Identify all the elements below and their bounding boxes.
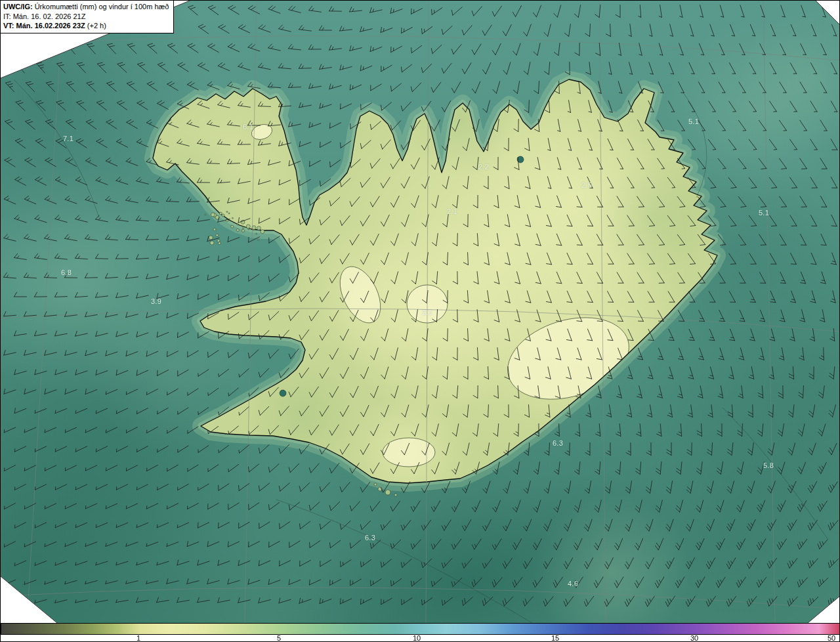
colorbar-tick-label: 10 xyxy=(413,634,421,642)
map-title-text: Úrkomumætti (mm) og vindur í 100m hæð xyxy=(35,3,169,11)
valid-time-line: VT: Mán. 16.02.2026 23Z (+2 h) xyxy=(3,21,169,31)
valid-time-label: VT: xyxy=(3,22,14,30)
weather-map-page: 7.1 6.1 6.8 3.9 5.1 5.1 2.2 2.5 2.1 2.1 … xyxy=(0,0,840,642)
colorbar-gradient xyxy=(1,623,840,635)
valid-time-value: Mán. 16.02.2026 23Z xyxy=(16,22,85,30)
init-time-label: IT: xyxy=(3,12,11,20)
weather-map-canvas xyxy=(1,1,840,623)
colorbar-tick-label: 1 xyxy=(136,634,140,642)
init-time-value: Mán. 16. 02. 2026 21Z xyxy=(13,12,86,20)
init-time-line: IT: Mán. 16. 02. 2026 21Z xyxy=(3,12,169,22)
colorbar-tick-label: 5 xyxy=(277,634,281,642)
colorbar-tick-label: 30 xyxy=(690,634,698,642)
precip-colorbar: 1 5 10 15 30 50 xyxy=(1,623,840,642)
map-area: 7.1 6.1 6.8 3.9 5.1 5.1 2.2 2.5 2.1 2.1 … xyxy=(1,1,840,623)
colorbar-tick-labels: 1 5 10 15 30 50 xyxy=(1,635,840,642)
map-title-line: UWC/IG: Úrkomumætti (mm) og vindur í 100… xyxy=(3,2,169,12)
colorbar-tick-label: 50 xyxy=(828,634,835,642)
model-id-label: UWC/IG: xyxy=(3,3,33,11)
valid-time-offset: (+2 h) xyxy=(87,22,106,30)
map-title-box: UWC/IG: Úrkomumætti (mm) og vindur í 100… xyxy=(1,1,174,33)
colorbar-tick-label: 15 xyxy=(551,634,559,642)
